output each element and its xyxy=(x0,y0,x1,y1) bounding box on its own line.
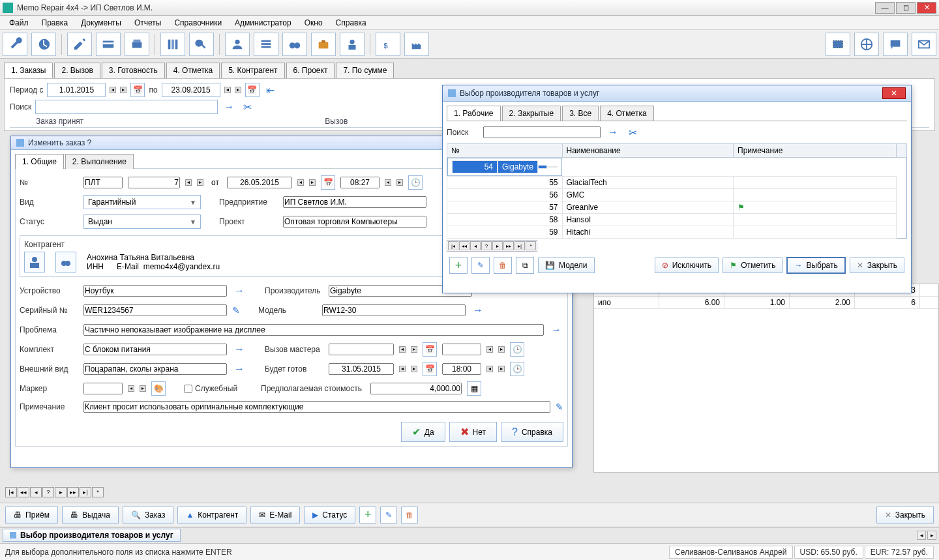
tool-wrench-icon[interactable] xyxy=(3,33,27,56)
menu-refs[interactable]: Справочники xyxy=(168,16,228,29)
svg-rect-9 xyxy=(261,43,271,45)
tool-briefcase-icon[interactable] xyxy=(311,33,336,56)
menu-documents[interactable]: Документы xyxy=(74,16,128,29)
titlebar: Memo Repair 4x4 -> ИП Светлов И.М. — ◻ ✕ xyxy=(0,0,939,16)
dialog-icon xyxy=(448,89,456,97)
svg-rect-4 xyxy=(168,39,171,49)
menu-file[interactable]: Файл xyxy=(3,16,35,29)
tool-card-icon[interactable] xyxy=(96,33,121,56)
date-to-dec[interactable]: ◂ xyxy=(224,87,231,93)
svg-rect-18 xyxy=(833,40,843,48)
reset-period-icon[interactable]: ⇤ xyxy=(263,83,278,97)
mfg-search-go[interactable]: → xyxy=(606,125,620,131)
col-accepted: Заказ принят xyxy=(36,117,325,126)
tool-cash-icon[interactable] xyxy=(125,33,149,56)
date-from-inc[interactable]: ▸ xyxy=(120,87,127,93)
svg-rect-14 xyxy=(321,40,325,42)
minimize-button[interactable]: — xyxy=(875,2,895,14)
svg-point-12 xyxy=(294,42,300,48)
mfg-tab-all[interactable]: 3. Все xyxy=(562,106,599,121)
svg-point-15 xyxy=(350,39,354,44)
date-to-inc[interactable]: ▸ xyxy=(235,87,241,93)
tool-factory-icon[interactable] xyxy=(404,33,429,56)
svg-rect-2 xyxy=(132,42,142,48)
mfg-tab-closed[interactable]: 2. Закрытые xyxy=(502,106,561,121)
mfg-search-input[interactable] xyxy=(483,126,601,131)
search-cut-icon[interactable]: ✂ xyxy=(240,100,254,114)
tab-orders[interactable]: 1. Заказы xyxy=(4,63,53,78)
menu-admin[interactable]: Администратор xyxy=(228,16,298,29)
svg-rect-6 xyxy=(175,39,178,49)
menu-edit[interactable]: Правка xyxy=(35,16,75,29)
tab-contr[interactable]: 5. Контрагент xyxy=(221,63,284,78)
tool-history-icon[interactable] xyxy=(31,33,56,56)
mfg-tab-active[interactable]: 1. Рабочие xyxy=(447,106,501,121)
mfg-dialog: Выбор производителя товаров и услуг ✕ 1.… xyxy=(442,85,912,131)
tab-mark[interactable]: 4. Отметка xyxy=(166,63,220,78)
tool-stamp-icon[interactable] xyxy=(826,33,850,56)
svg-rect-8 xyxy=(261,40,271,42)
menu-window[interactable]: Окно xyxy=(298,16,329,29)
date-from-dec[interactable]: ◂ xyxy=(110,87,116,93)
svg-text:$: $ xyxy=(384,42,388,50)
svg-rect-20 xyxy=(891,40,901,46)
tool-search-icon[interactable] xyxy=(189,33,214,56)
period-from-label: Период с xyxy=(10,85,43,95)
app-icon xyxy=(3,3,13,13)
mfg-dialog-title[interactable]: Выбор производителя товаров и услуг ✕ xyxy=(443,85,911,102)
svg-rect-16 xyxy=(349,44,356,49)
tab-call[interactable]: 2. Вызов xyxy=(54,63,100,78)
tool-books-icon[interactable] xyxy=(160,33,185,56)
svg-rect-3 xyxy=(134,39,141,42)
calendar-from-icon[interactable]: 📅 xyxy=(130,83,145,97)
tool-edit-icon[interactable] xyxy=(67,33,92,56)
tool-list-icon[interactable] xyxy=(254,33,278,56)
date-to-input[interactable] xyxy=(162,83,220,97)
toolbar: $ xyxy=(0,30,939,59)
tab-ready[interactable]: 3. Готовность xyxy=(102,63,165,78)
mfg-close-x[interactable]: ✕ xyxy=(882,87,906,99)
search-go-icon[interactable]: → xyxy=(222,100,236,114)
tool-globe-icon[interactable] xyxy=(854,33,879,56)
close-button[interactable]: ✕ xyxy=(917,2,936,14)
svg-rect-5 xyxy=(171,39,174,49)
tab-sum[interactable]: 7. По сумме xyxy=(336,63,394,78)
menu-reports[interactable]: Отчеты xyxy=(128,16,168,29)
maximize-button[interactable]: ◻ xyxy=(896,2,916,14)
search-input[interactable] xyxy=(35,100,218,114)
tool-user2-icon[interactable] xyxy=(340,33,365,56)
window-title: Memo Repair 4x4 -> ИП Светлов И.М. xyxy=(17,3,153,12)
mfg-search-cut[interactable]: ✂ xyxy=(625,125,640,131)
tool-chat-icon[interactable] xyxy=(883,33,908,56)
svg-point-7 xyxy=(235,39,239,44)
tab-project[interactable]: 6. Проект xyxy=(286,63,335,78)
menu-help[interactable]: Справка xyxy=(329,16,373,29)
search-label: Поиск xyxy=(10,102,31,111)
mfg-tab-mark[interactable]: 4. Отметка xyxy=(600,106,653,121)
tool-binoculars-icon[interactable] xyxy=(282,33,307,56)
main-tabs: 1. Заказы 2. Вызов 3. Готовность 4. Отме… xyxy=(0,59,939,78)
tool-dollar-icon[interactable]: $ xyxy=(376,33,400,56)
calendar-to-icon[interactable]: 📅 xyxy=(245,83,260,97)
date-from-input[interactable] xyxy=(47,83,106,97)
tool-person-icon[interactable] xyxy=(225,33,250,56)
svg-rect-13 xyxy=(319,42,329,48)
menubar: Файл Правка Документы Отчеты Справочники… xyxy=(0,16,939,30)
to-label: по xyxy=(149,85,157,95)
svg-rect-10 xyxy=(261,46,271,48)
svg-rect-1 xyxy=(103,42,114,44)
tool-mail-icon[interactable] xyxy=(912,33,936,56)
